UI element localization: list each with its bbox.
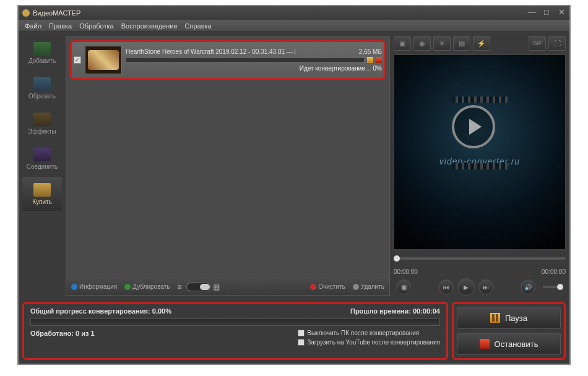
info-icon (71, 284, 77, 290)
play-button[interactable]: ▶ (457, 278, 475, 296)
volume-slider[interactable] (543, 286, 563, 288)
progress-label: Общий прогресс конвертирования: (30, 307, 150, 315)
screenshot-icon: ▣ (401, 284, 407, 291)
item-thumbnail (85, 46, 122, 74)
sidebar: Добавить Обрезать Эффекты Соединить Купи… (22, 36, 62, 296)
shutdown-label: Выключить ПК после конвертирования (307, 330, 419, 336)
sidebar-add[interactable]: Добавить (22, 36, 62, 70)
fullscreen-button[interactable]: ⛶ (548, 36, 566, 51)
volume-knob[interactable] (557, 284, 563, 290)
list-view-icon: ≡ (178, 283, 182, 291)
delete-button[interactable]: Удалить (353, 283, 384, 290)
preview-panel: ▣ ◉ ☀ ▤ ⚡ GIF ⛶ video-converter.ru 00:00… (394, 36, 566, 296)
enhance-button[interactable]: ▤ (453, 36, 470, 51)
mute-button[interactable]: 🔊 (521, 280, 535, 294)
sidebar-join-label: Соединить (27, 163, 58, 170)
stop-icon (480, 339, 490, 349)
elapsed-label: Прошло времени: (350, 307, 411, 315)
minimize-button[interactable]: — (527, 9, 536, 17)
tag-icon (33, 183, 51, 197)
sidebar-cut[interactable]: Обрезать (22, 71, 62, 105)
play-overlay-icon (452, 105, 495, 148)
grid-view-icon: ▦ (213, 283, 220, 291)
item-checkbox[interactable]: ✓ (74, 56, 81, 64)
sun-icon: ☀ (439, 40, 445, 48)
next-button[interactable]: ⏭ (478, 280, 493, 294)
checkbox-icon (298, 339, 305, 346)
snapshot-button[interactable]: ◉ (413, 36, 431, 51)
pause-button[interactable]: Пауза (457, 307, 561, 329)
duplicate-button[interactable]: Дублировать (124, 283, 170, 290)
item-pause-icon[interactable] (367, 57, 373, 63)
film-strip-icon (452, 105, 508, 161)
done-value: 0 из 1 (76, 330, 95, 337)
sidebar-join[interactable]: Соединить (22, 142, 62, 176)
checkbox-icon (298, 330, 305, 336)
seek-knob[interactable] (394, 255, 400, 262)
view-toggle[interactable]: ≡▦ (178, 283, 220, 291)
stop-label: Остановить (495, 340, 538, 349)
sidebar-add-label: Добавить (28, 58, 56, 64)
clear-label: Очистить (318, 283, 345, 290)
menu-playback[interactable]: Воспроизведение (121, 22, 178, 30)
prev-button[interactable]: ⏮ (439, 280, 454, 294)
shutdown-checkbox[interactable]: Выключить ПК после конвертирования (298, 330, 440, 336)
crop-icon: ▣ (399, 40, 405, 48)
sidebar-effects[interactable]: Эффекты (22, 106, 62, 140)
item-progress-bar (126, 58, 365, 62)
youtube-checkbox[interactable]: Загрузить на YouTube после конвертирован… (298, 339, 440, 346)
progress-panel: Общий прогресс конвертирования: 0,00% Пр… (22, 302, 448, 360)
progress-value: 0,00% (152, 307, 171, 315)
item-size: 2,65 МБ (359, 48, 382, 55)
crop-button[interactable]: ▣ (394, 36, 411, 51)
sidebar-buy[interactable]: Купить (22, 177, 62, 211)
stop-button[interactable]: Остановить (457, 333, 561, 355)
playback-controls: ▣ ⏮ ▶ ⏭ 🔊 (394, 278, 566, 296)
clear-button[interactable]: Очистить (310, 283, 345, 290)
sidebar-fx-label: Эффекты (28, 128, 56, 135)
next-icon: ⏭ (483, 284, 489, 291)
titlebar[interactable]: ВидеоМАСТЕР — □ ✕ (19, 6, 569, 20)
del-label: Удалить (361, 283, 384, 290)
info-label: Информация (79, 283, 117, 290)
preview-viewport[interactable]: video-converter.ru (394, 54, 566, 250)
time-start: 00:00:00 (394, 268, 418, 275)
close-button[interactable]: ✕ (557, 9, 566, 17)
action-panel: Пауза Остановить (452, 302, 566, 360)
item-status: Идет конвертирование… 0% (300, 65, 382, 72)
play-icon: ▶ (464, 284, 469, 291)
gif-button[interactable]: GIF (529, 36, 546, 51)
menu-process[interactable]: Обработка (79, 22, 113, 30)
list-toolbar: Информация Дублировать ≡▦ Очистить Удали… (66, 278, 389, 295)
add-icon (33, 42, 51, 56)
dup-label: Дублировать (132, 283, 170, 290)
duplicate-icon (124, 284, 131, 290)
camera-icon: ◉ (419, 40, 425, 48)
brightness-button[interactable]: ☀ (433, 36, 451, 51)
speaker-icon: 🔊 (524, 284, 532, 291)
item-stop-icon[interactable] (376, 57, 382, 63)
file-list-panel: ✓ HearthStone Heroes of Warcraft 2019.02… (66, 36, 390, 296)
item-filename: HearthStone Heroes of Warcraft 2019.02.1… (126, 48, 296, 55)
sparkle-icon (33, 113, 51, 126)
screenshot-button[interactable]: ▣ (396, 280, 411, 294)
speed-button[interactable]: ⚡ (473, 36, 490, 51)
menu-file[interactable]: Файл (25, 22, 41, 30)
app-window: ВидеоМАСТЕР — □ ✕ Файл Правка Обработка … (17, 5, 571, 365)
join-icon (33, 148, 51, 161)
maximize-button[interactable]: □ (542, 9, 551, 17)
menu-edit[interactable]: Правка (49, 22, 72, 30)
fullscreen-icon: ⛶ (554, 40, 561, 47)
youtube-label: Загрузить на YouTube после конвертирован… (307, 339, 440, 346)
app-logo-icon (22, 9, 30, 17)
menu-help[interactable]: Справка (185, 22, 212, 30)
sidebar-cut-label: Обрезать (28, 93, 56, 100)
info-button[interactable]: Информация (71, 283, 117, 290)
gif-label: GIF (533, 40, 542, 46)
file-item[interactable]: ✓ HearthStone Heroes of Warcraft 2019.02… (70, 40, 386, 80)
overall-progress-bar (30, 318, 440, 326)
seek-bar[interactable] (394, 252, 566, 265)
speed-icon: ⚡ (477, 40, 486, 48)
delete-icon (353, 284, 359, 290)
file-list: ✓ HearthStone Heroes of Warcraft 2019.02… (66, 36, 389, 278)
